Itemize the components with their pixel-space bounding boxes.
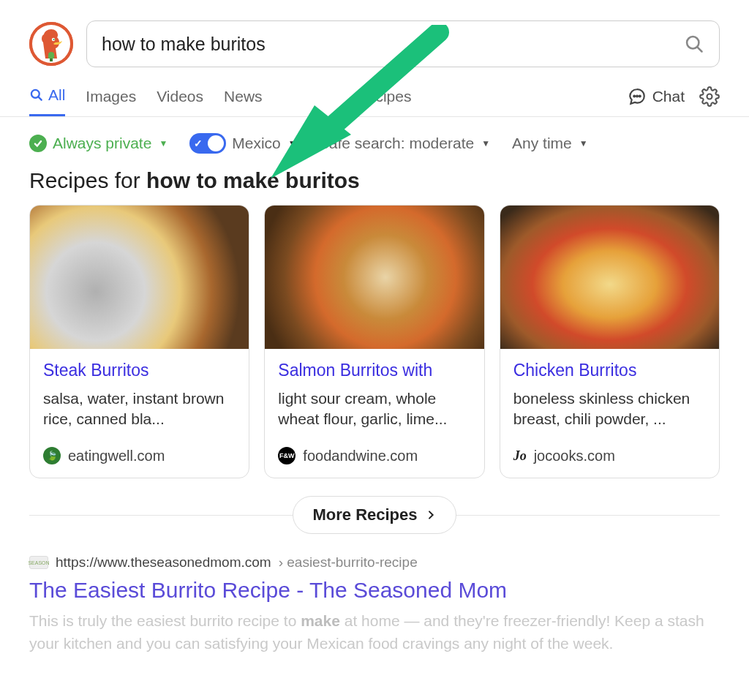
filter-label: Mexico (232, 135, 281, 152)
search-icon (29, 88, 44, 102)
check-icon: ✓ (194, 138, 203, 149)
svg-point-3 (53, 39, 55, 40)
recipe-cards: Steak Burritos salsa, water, instant bro… (0, 205, 749, 478)
recipe-title: Salmon Burritos with (278, 361, 470, 381)
tab-videos[interactable]: Videos (157, 76, 203, 116)
recipe-ingredients: salsa, water, instant brown rice, canned… (43, 388, 236, 430)
recipe-image (265, 206, 483, 349)
recipe-source: eatingwell.com (68, 448, 165, 464)
recipes-heading: Recipes for how to make buritos (0, 164, 749, 205)
search-bar (86, 20, 720, 67)
heading-query: how to make buritos (146, 168, 360, 192)
filter-label: Always private (53, 135, 151, 152)
toggle-knob (208, 135, 224, 151)
svg-point-9 (633, 95, 635, 97)
search-input[interactable] (102, 34, 684, 55)
recipe-source: foodandwine.com (303, 448, 418, 464)
settings-button[interactable] (699, 86, 720, 107)
chevron-right-icon (425, 509, 437, 521)
search-result: SEASON https://www.theseasonedmom.com › … (0, 547, 749, 655)
recipe-ingredients: boneless skinless chicken breast, chili … (513, 388, 706, 430)
filter-anytime[interactable]: Any time ▼ (512, 135, 588, 152)
tab-label: Images (86, 88, 136, 105)
recipe-ingredients: light sour cream, whole wheat flour, gar… (278, 388, 470, 430)
recipe-card[interactable]: Chicken Burritos boneless skinless chick… (500, 205, 720, 478)
filter-label: Any time (512, 135, 572, 152)
filter-label: Safe search: moderate (319, 135, 474, 152)
header (0, 0, 749, 76)
svg-point-11 (639, 95, 640, 97)
recipe-card[interactable]: Salmon Burritos with light sour cream, w… (264, 205, 484, 478)
search-icon[interactable] (684, 34, 704, 54)
result-path: › easiest-burrito-recipe (279, 554, 418, 571)
tab-news[interactable]: News (224, 76, 263, 116)
svg-rect-4 (50, 59, 53, 61)
chat-icon (628, 87, 647, 106)
tab-label: Videos (157, 88, 203, 105)
source-favicon: Jo (513, 447, 527, 464)
result-snippet: This is truly the easiest burrito recipe… (29, 610, 720, 655)
chevron-down-icon: ▼ (481, 138, 490, 148)
result-favicon: SEASON (29, 556, 48, 569)
chevron-down-icon: ▼ (579, 138, 588, 148)
more-recipes-label: More Recipes (312, 505, 417, 524)
tab-recipes[interactable]: Recipes (356, 76, 412, 116)
recipe-image (30, 206, 249, 349)
heading-prefix: Recipes for (29, 168, 140, 192)
chat-label: Chat (652, 88, 685, 105)
recipe-source: jocooks.com (534, 448, 615, 464)
svg-point-12 (707, 94, 712, 99)
filters-bar: Always private ▼ ✓ Mexico ▼ Safe search:… (0, 117, 749, 164)
recipe-card[interactable]: Steak Burritos salsa, water, instant bro… (29, 205, 249, 478)
check-icon (29, 135, 47, 152)
duckduckgo-logo[interactable] (29, 22, 73, 66)
more-recipes-button[interactable]: More Recipes (293, 496, 456, 534)
chevron-down-icon: ▼ (288, 138, 297, 148)
tab-label: News (224, 88, 263, 105)
recipe-title: Chicken Burritos (513, 361, 706, 381)
chat-button[interactable]: Chat (628, 87, 685, 106)
recipe-title: Steak Burritos (43, 361, 236, 381)
svg-line-6 (697, 47, 701, 51)
recipe-image (500, 206, 719, 349)
source-favicon: 🍃 (43, 447, 61, 464)
chevron-down-icon: ▼ (159, 138, 168, 148)
svg-point-10 (636, 95, 638, 97)
filter-region[interactable]: ✓ Mexico ▼ (189, 133, 296, 154)
tab-images[interactable]: Images (86, 76, 136, 116)
tab-label: All (48, 86, 65, 104)
gear-icon (699, 86, 720, 107)
svg-line-8 (38, 97, 41, 99)
result-title[interactable]: The Easiest Burrito Recipe - The Seasone… (29, 578, 720, 603)
tab-all[interactable]: All (29, 76, 65, 116)
source-favicon: F&W (278, 447, 296, 464)
result-host: https://www.theseasonedmom.com (56, 554, 271, 571)
result-url[interactable]: SEASON https://www.theseasonedmom.com › … (29, 554, 720, 571)
more-recipes-bar: More Recipes (29, 496, 720, 534)
tabs-row: All Images Videos News Recipes Chat (0, 76, 749, 117)
filter-safesearch[interactable]: Safe search: moderate ▼ (319, 135, 490, 152)
region-toggle[interactable]: ✓ (189, 133, 226, 154)
filter-privacy[interactable]: Always private ▼ (29, 135, 168, 152)
tab-label: Recipes (356, 88, 412, 105)
